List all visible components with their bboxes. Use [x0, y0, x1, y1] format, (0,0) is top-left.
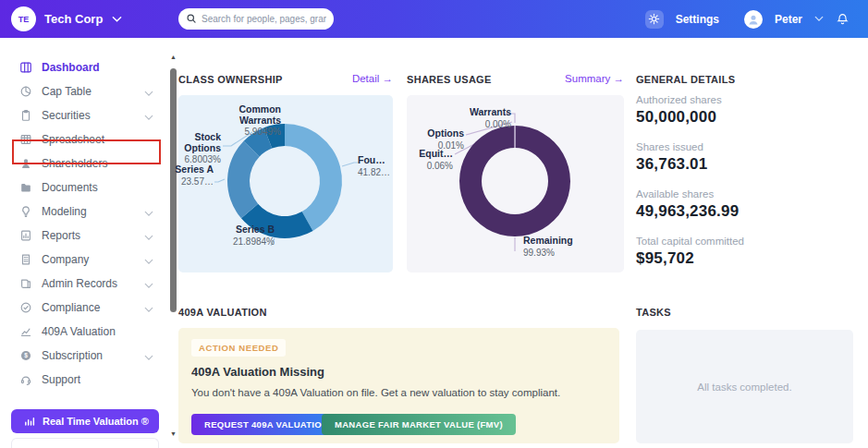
- sidebar-item-label: Spreadsheet: [42, 133, 104, 146]
- chevron-down-icon: [144, 279, 153, 292]
- compliance-check-icon: [18, 300, 33, 315]
- tasks-empty-message: All tasks completed.: [697, 381, 791, 393]
- detail-item: Available shares 49,963,236.99: [636, 188, 858, 221]
- slice-label: Equit… 0.06%: [407, 149, 453, 171]
- sidebar-item-409a-valuation[interactable]: 409A Valuation: [0, 320, 166, 344]
- shares-usage-card: Warrants 0.00% Options 0.01% Equit… 0.06…: [407, 95, 624, 272]
- search-icon: [186, 13, 197, 24]
- general-details-panel: Authorized shares 50,000,000 Shares issu…: [636, 94, 858, 283]
- sidebar-item-label: Dashboard: [42, 61, 100, 74]
- slice-label: Warrants 0.00%: [456, 107, 511, 129]
- chevron-down-icon: [144, 111, 153, 124]
- sidebar-item-dashboard[interactable]: Dashboard: [0, 55, 166, 79]
- person-icon: [18, 156, 33, 171]
- chevron-down-icon[interactable]: [814, 16, 824, 22]
- slice-label: Series A 23.57…: [171, 164, 214, 187]
- sidebar-item-securities[interactable]: Securities: [0, 103, 166, 127]
- summary-link[interactable]: Summary →: [541, 73, 624, 84]
- sidebar-item-label: Reports: [42, 229, 80, 242]
- gear-icon[interactable]: [645, 10, 664, 29]
- bar-chart-icon: [22, 415, 35, 428]
- dashboard-page: TE Tech Corp Settings Peter: [0, 0, 868, 448]
- sidebar-item-label: Shareholders: [42, 157, 107, 170]
- cta-label: Real Time Valuation ®: [43, 416, 149, 427]
- scroll-up-arrow[interactable]: ▲: [169, 54, 177, 61]
- clipboard-icon: [18, 108, 33, 123]
- sidebar-item-label: Support: [42, 373, 80, 386]
- slice-label: Options 0.01%: [416, 128, 464, 151]
- chevron-down-icon: [144, 351, 153, 364]
- folder-icon: [18, 180, 33, 195]
- detail-item: Authorized shares 50,000,000: [636, 94, 858, 127]
- slice-label: Common Warrants 5.9049%: [220, 104, 281, 137]
- detail-item: Total capital committed $95,702: [636, 236, 858, 268]
- tasks-title: TASKS: [636, 307, 671, 318]
- sidebar-item-admin-records[interactable]: Admin Records: [0, 272, 166, 296]
- manage-fmv-button[interactable]: MANAGE FAIR MARKET VALUE (FMV): [322, 414, 516, 435]
- class-ownership-title: CLASS OWNERSHIP: [178, 74, 283, 85]
- company-logo[interactable]: TE: [11, 6, 36, 31]
- chevron-down-icon: [112, 16, 122, 23]
- sidebar-item-spreadsheet[interactable]: Spreadsheet: [0, 127, 166, 151]
- settings-button[interactable]: Settings: [676, 13, 719, 26]
- user-icon: [746, 12, 761, 27]
- svg-text:$: $: [24, 352, 28, 359]
- slice-label: Remaining 99.93%: [523, 236, 597, 258]
- sidebar-item-label: Admin Records: [42, 277, 117, 290]
- valuation-409a-card: ACTION NEEDED 409A Valuation Missing You…: [178, 328, 619, 443]
- lightbulb-icon: [18, 204, 33, 219]
- action-needed-badge: ACTION NEEDED: [191, 339, 286, 357]
- avatar[interactable]: [744, 10, 763, 29]
- chevron-down-icon: [144, 231, 153, 244]
- chevron-down-icon: [144, 303, 153, 316]
- pie-chart-icon: [18, 84, 33, 99]
- detail-link[interactable]: Detail →: [319, 73, 393, 84]
- shares-usage-title: SHARES USAGE: [407, 74, 492, 85]
- chevron-down-icon: [144, 87, 153, 100]
- report-chart-icon: [18, 228, 33, 243]
- request-409a-valuation-button[interactable]: REQUEST 409A VALUATION: [191, 414, 341, 435]
- valuation-missing-heading: 409A Valuation Missing: [191, 365, 324, 379]
- sidebar-item-label: Modeling: [42, 205, 87, 218]
- scrollbar-thumb[interactable]: [170, 68, 177, 312]
- detail-item: Shares issued 36,763.01: [636, 141, 858, 174]
- real-time-valuation-button[interactable]: Real Time Valuation ®: [11, 409, 159, 433]
- tasks-card: All tasks completed.: [636, 330, 853, 443]
- sidebar-nav: Dashboard Cap Table Securities Spreadshe…: [0, 55, 166, 392]
- spreadsheet-grid-icon: [18, 132, 33, 147]
- sidebar-item-modeling[interactable]: Modeling: [0, 200, 166, 224]
- valuation-missing-body: You don't have a 409A Valuation on file.…: [191, 387, 560, 398]
- sidebar-item-documents[interactable]: Documents: [0, 176, 166, 200]
- bell-icon[interactable]: [836, 12, 850, 27]
- sidebar-item-subscription[interactable]: $ Subscription: [0, 344, 166, 368]
- valuation-409a-title: 409A VALUATION: [178, 307, 267, 318]
- company-name: Tech Corp: [44, 12, 103, 26]
- sidebar-item-compliance[interactable]: Compliance: [0, 296, 166, 320]
- sidebar-item-label: Cap Table: [42, 85, 92, 98]
- sidebar-item-reports[interactable]: Reports: [0, 224, 166, 248]
- scroll-down-arrow[interactable]: ▼: [169, 430, 177, 438]
- sidebar-item-label: Securities: [42, 109, 91, 122]
- user-menu[interactable]: Peter: [775, 13, 802, 26]
- company-switcher[interactable]: Tech Corp: [44, 12, 122, 26]
- valuation-chart-icon: [18, 324, 33, 339]
- slice-label: Series B 21.8984%: [223, 224, 275, 247]
- sidebar-item-support[interactable]: Support: [0, 368, 166, 392]
- sidebar-item-label: Subscription: [42, 349, 103, 362]
- chevron-down-icon: [144, 255, 153, 268]
- search-input[interactable]: [178, 8, 334, 30]
- sidebar-partial-item: [11, 438, 159, 448]
- general-details-title: GENERAL DETAILS: [636, 74, 735, 85]
- sidebar-item-cap-table[interactable]: Cap Table: [0, 79, 166, 103]
- slice-label: Stock Options 6.8003%: [169, 132, 221, 164]
- sidebar-item-company[interactable]: Company: [0, 248, 166, 272]
- sidebar-item-label: Company: [42, 253, 89, 266]
- sidebar-item-label: 409A Valuation: [42, 325, 116, 338]
- sidebar-item-shareholders[interactable]: Shareholders: [0, 151, 166, 176]
- global-search: [178, 8, 334, 30]
- header-actions: Settings Peter: [645, 0, 850, 38]
- support-headset-icon: [18, 372, 33, 387]
- records-book-icon: [18, 276, 33, 291]
- top-bar: TE Tech Corp Settings Peter: [0, 0, 868, 38]
- chevron-down-icon: [144, 207, 153, 220]
